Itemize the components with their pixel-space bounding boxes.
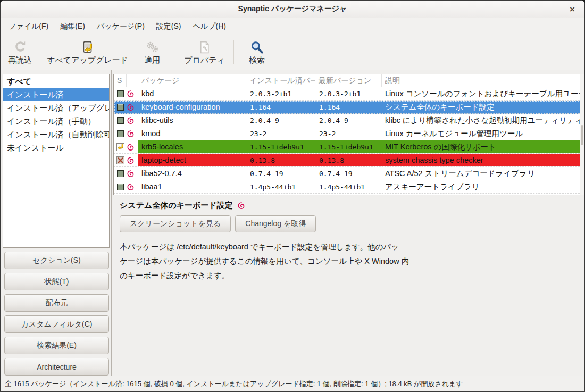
package-description: アスキーアートライブラリ	[382, 180, 580, 193]
package-description: ATSC A/52 ストリームデコードライブラリ	[382, 167, 580, 180]
latest-version: 0.13.8	[315, 154, 382, 166]
installed-version: 23-2	[246, 127, 315, 140]
installed-version: 1.164	[246, 101, 315, 113]
debian-swirl-icon	[127, 180, 138, 193]
description-line: 本パッケージは /etc/default/keyboard でキーボード設定を管…	[120, 240, 578, 254]
vertical-scrollbar[interactable]	[580, 74, 584, 195]
apply-icon	[145, 39, 159, 54]
column-header-status[interactable]: S	[114, 74, 127, 87]
sidebar-filter-label: すべて	[7, 77, 31, 86]
search-icon	[250, 39, 264, 54]
upgrade-all-label: すべてアップグレード	[47, 55, 128, 65]
properties-button[interactable]: プロパティ	[181, 37, 228, 68]
latest-version: 1.164	[315, 101, 382, 113]
filter-list: すべて インストール済 インストール済（アップグレード可） インストール済（手動…	[3, 74, 110, 248]
sidebar-filter-item[interactable]: すべて	[3, 74, 109, 88]
properties-label: プロパティ	[184, 55, 225, 65]
installed-version: 1.15-1+deb9u1	[246, 140, 315, 153]
toolbar: 再読込 すべてアップグレード	[1, 35, 584, 70]
status-installed-icon	[117, 184, 124, 190]
close-icon[interactable]: ×	[565, 3, 579, 16]
category-button[interactable]: 配布元	[4, 294, 109, 312]
package-row[interactable]: kmod 23-2 23-2 Linux カーネルモジュール管理用ツール	[114, 127, 580, 140]
package-row[interactable]: laptop-detect 0.13.8 0.13.8 system chass…	[114, 154, 580, 167]
sidebar-filter-label: インストール済（自動削除可能）	[7, 130, 109, 139]
menu-edit[interactable]: 編集(E)	[54, 19, 91, 34]
view-screenshot-button[interactable]: スクリーンショットを見る	[120, 215, 231, 232]
package-row[interactable]: kbd 2.0.3-2+b1 2.0.3-2+b1 Linux コンソールのフォ…	[114, 87, 580, 101]
reload-button[interactable]: 再読込	[5, 37, 35, 68]
column-header-installed-version[interactable]: インストール済バージョン	[246, 74, 315, 87]
description-line: のキーボード設定ができます。	[120, 269, 578, 283]
package-name: keyboard-configuration	[138, 101, 246, 113]
category-button[interactable]: Architecture	[4, 358, 109, 376]
package-row[interactable]: keyboard-configuration 1.164 1.164 システム全…	[114, 101, 580, 114]
sidebar-filter-item[interactable]: インストール済（アップグレード可）	[3, 101, 109, 114]
search-button[interactable]: 検索	[246, 37, 268, 68]
category-button[interactable]: 状態(T)	[4, 273, 109, 290]
details-description: 本パッケージは /etc/default/keyboard でキーボード設定を管…	[120, 240, 578, 283]
status-cell	[114, 180, 127, 193]
package-row[interactable]: krb5-locales 1.15-1+deb9u1 1.15-1+deb9u1…	[114, 140, 580, 154]
category-button[interactable]: セクション(S)	[4, 252, 109, 269]
package-description: klibc により構築された小さな起動初期用ユーティリティ	[382, 114, 580, 127]
package-name: libaa1	[138, 180, 246, 193]
toolbar-separator	[233, 40, 234, 64]
reload-label: 再読込	[8, 55, 32, 65]
column-header-package[interactable]: パッケージ	[138, 74, 246, 87]
package-row[interactable]: klibc-utils 2.0.4-9 2.0.4-9 klibc により構築さ…	[114, 114, 580, 127]
sidebar-filter-item[interactable]: インストール済	[3, 88, 109, 101]
package-description: MIT Kerberos の国際化サポート	[382, 140, 580, 153]
installed-version: 1.4p5-44+b1	[246, 180, 315, 193]
latest-version: 1.15-1+deb9u1	[315, 140, 382, 153]
menu-package[interactable]: パッケージ(P)	[91, 19, 151, 34]
package-description: system chassis type checker	[382, 154, 580, 166]
status-installed-icon	[117, 104, 124, 111]
statusbar: 全 1615 パッケージ（インストール済: 1615 個, 破損 0 個, イン…	[1, 376, 584, 391]
get-changelog-button[interactable]: Changelog を取得	[235, 215, 316, 232]
upgrade-all-icon	[81, 39, 95, 54]
sidebar-filter-item[interactable]: インストール済（手動）	[3, 114, 109, 128]
search-label: 検索	[249, 55, 265, 65]
upgrade-all-button[interactable]: すべてアップグレード	[44, 37, 131, 68]
package-row[interactable]: liba52-0.7.4 0.7.4-19 0.7.4-19 ATSC A/52…	[114, 167, 580, 180]
scrollbar-thumb[interactable]	[581, 125, 583, 145]
synaptic-window: Synaptic パッケージマネージャ × ファイル(F) 編集(E) パッケー…	[0, 0, 585, 392]
titlebar: Synaptic パッケージマネージャ ×	[1, 1, 584, 18]
sidebar-filter-item[interactable]: インストール済（自動削除可能）	[3, 128, 109, 141]
category-button[interactable]: 検索結果(E)	[4, 337, 109, 354]
details-pane: システム全体のキーボード設定 スクリーンショットを見る Changelog を取…	[113, 195, 584, 376]
status-cell	[114, 167, 127, 180]
sidebar-filter-item[interactable]: 未インストール	[3, 141, 109, 154]
menu-settings[interactable]: 設定(S)	[151, 19, 187, 34]
column-header-latest-version[interactable]: 最新バージョン	[315, 74, 382, 87]
latest-version: 1.4p5-44+b1	[315, 180, 382, 193]
latest-version: 23-2	[315, 127, 382, 140]
latest-version: 2.0.3-2+b1	[315, 87, 382, 100]
installed-version: 2.0.3-2+b1	[246, 87, 315, 100]
installed-version: 0.7.4-19	[246, 167, 315, 180]
window-title: Synaptic パッケージマネージャ	[238, 4, 347, 14]
apply-button[interactable]: 適用	[141, 37, 163, 68]
status-cell	[114, 114, 127, 127]
menu-help[interactable]: ヘルプ(H)	[187, 19, 232, 34]
status-installed-icon	[117, 170, 124, 177]
debian-swirl-icon	[127, 167, 138, 180]
left-panel: すべて インストール済 インストール済（アップグレード可） インストール済（手動…	[1, 70, 112, 376]
menu-file[interactable]: ファイル(F)	[3, 19, 54, 34]
status-installed-icon	[117, 90, 124, 97]
status-cell	[114, 101, 127, 113]
column-header-description[interactable]: 説明	[382, 74, 580, 87]
package-row[interactable]: libaa1 1.4p5-44+b1 1.4p5-44+b1 アスキーアートライ…	[114, 180, 580, 194]
category-button[interactable]: カスタムフィルタ(C)	[4, 315, 109, 333]
sidebar-filter-label: インストール済（アップグレード可）	[7, 103, 109, 112]
debian-swirl-icon	[127, 127, 138, 140]
sidebar-filter-label: 未インストール	[7, 143, 64, 152]
column-header-supported[interactable]	[127, 74, 138, 87]
latest-version: 0.7.4-19	[315, 167, 382, 180]
latest-version: 2.0.4-9	[315, 114, 382, 127]
table-header: S パッケージ インストール済バージョン 最新バージョン 説明	[114, 74, 580, 87]
installed-version: 0.13.8	[246, 154, 315, 166]
debian-swirl-icon	[127, 101, 138, 113]
status-cell	[114, 140, 127, 153]
